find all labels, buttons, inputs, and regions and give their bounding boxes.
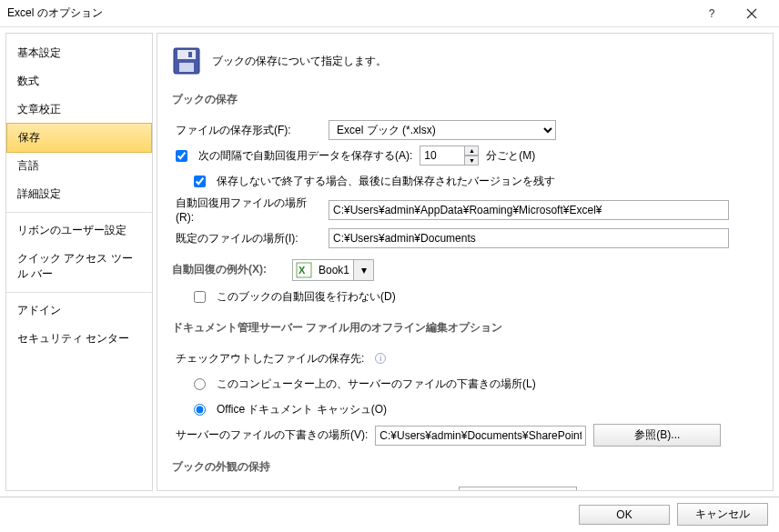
- window-title: Excel のオプション: [7, 5, 692, 21]
- checkout-cache-label: Office ドキュメント キャッシュ(O): [217, 402, 387, 417]
- file-format-label: ファイルの保存形式(F):: [176, 123, 321, 138]
- svg-rect-3: [177, 50, 196, 59]
- sidebar-item-general[interactable]: 基本設定: [6, 39, 152, 67]
- checkout-dest-label: チェックアウトしたファイルの保存先:: [176, 351, 364, 366]
- sidebar-item-trust-center[interactable]: セキュリティ センター: [6, 325, 152, 353]
- section-title-appearance: ブックの外観の保持: [172, 456, 762, 479]
- disable-autorecover-label: このブックの自動回復を行わない(D): [217, 289, 396, 305]
- sidebar-item-formulas[interactable]: 数式: [6, 67, 152, 95]
- autosave-label: 次の間隔で自動回復用データを保存する(A):: [198, 148, 412, 164]
- close-icon: [746, 8, 757, 19]
- autosave-checkbox[interactable]: [176, 150, 187, 162]
- checkout-local-label: このコンピューター上の、サーバーのファイルの下書きの場所(L): [217, 376, 536, 392]
- sidebar-divider: [6, 212, 152, 213]
- workbook-dropdown-value: Book1: [315, 264, 353, 276]
- section-save: ブックの保存 ファイルの保存形式(F): Excel ブック (*.xlsx) …: [172, 88, 762, 249]
- sidebar-item-save[interactable]: 保存: [6, 123, 152, 153]
- draft-path-label: サーバーのファイルの下書きの場所(V):: [176, 427, 368, 443]
- content-pane: ブックの保存について指定します。 ブックの保存 ファイルの保存形式(F): Ex…: [157, 33, 774, 491]
- page-header: ブックの保存について指定します。: [172, 43, 762, 88]
- section-title-save: ブックの保存: [172, 88, 762, 112]
- colors-button[interactable]: 色(C)...: [459, 487, 577, 491]
- browse-button[interactable]: 参照(B)...: [593, 424, 721, 447]
- legacy-color-label: 以前のバージョンの Excel で表示する色を選択する:: [176, 490, 430, 491]
- section-autorecover-exceptions: 自動回復の例外(X): X Book1 ▾ このブックの自動回復を行わない(D): [172, 258, 762, 307]
- recovery-path-label: 自動回復用ファイルの場所(R):: [176, 196, 321, 224]
- category-sidebar: 基本設定 数式 文章校正 保存 言語 詳細設定 リボンのユーザー設定 クイック …: [5, 33, 153, 491]
- checkout-local-radio[interactable]: [194, 378, 206, 390]
- section-title-doc-mgmt: ドキュメント管理サーバー ファイル用のオフライン編集オプション: [172, 316, 762, 340]
- file-format-select[interactable]: Excel ブック (*.xlsx): [329, 120, 556, 140]
- info-icon[interactable]: i: [375, 353, 386, 364]
- keep-last-version-checkbox[interactable]: [194, 176, 206, 187]
- checkout-cache-radio[interactable]: [194, 404, 206, 416]
- cancel-button[interactable]: キャンセル: [677, 503, 768, 526]
- sidebar-item-proofing[interactable]: 文章校正: [6, 95, 152, 124]
- sidebar-item-ribbon[interactable]: リボンのユーザー設定: [6, 216, 152, 245]
- save-icon: [172, 46, 201, 75]
- spinner-up[interactable]: ▲: [464, 146, 479, 156]
- recovery-path-input[interactable]: [329, 200, 729, 220]
- page-header-text: ブックの保存について指定します。: [212, 54, 387, 69]
- spinner-down[interactable]: ▼: [464, 156, 479, 166]
- section-title-autorecover-exc: 自動回復の例外(X):: [172, 258, 267, 282]
- svg-rect-5: [188, 52, 192, 57]
- sidebar-divider: [6, 292, 152, 293]
- disable-autorecover-checkbox[interactable]: [194, 291, 206, 303]
- sidebar-item-advanced[interactable]: 詳細設定: [6, 180, 152, 208]
- excel-file-icon: X: [295, 261, 313, 279]
- section-doc-mgmt: ドキュメント管理サーバー ファイル用のオフライン編集オプション チェックアウトし…: [172, 316, 762, 447]
- section-appearance: ブックの外観の保持 以前のバージョンの Excel で表示する色を選択する: i…: [172, 456, 762, 491]
- autosave-interval-input[interactable]: [420, 146, 465, 166]
- chevron-down-icon: ▾: [353, 260, 373, 280]
- workbook-dropdown[interactable]: X Book1 ▾: [292, 259, 374, 281]
- draft-path-input[interactable]: [375, 426, 586, 446]
- svg-rect-4: [179, 63, 194, 72]
- sidebar-item-addins[interactable]: アドイン: [6, 296, 152, 325]
- ok-button[interactable]: OK: [579, 505, 670, 525]
- autosave-suffix-label: 分ごと(M): [486, 148, 535, 164]
- close-button[interactable]: [732, 0, 772, 27]
- help-button[interactable]: ?: [692, 0, 732, 27]
- sidebar-item-language[interactable]: 言語: [6, 152, 152, 180]
- title-bar: Excel のオプション ?: [0, 0, 779, 27]
- sidebar-item-qat[interactable]: クイック アクセス ツール バー: [6, 245, 152, 288]
- dialog-footer: OK キャンセル: [0, 497, 779, 531]
- default-path-input[interactable]: [329, 228, 729, 248]
- keep-last-version-label: 保存しないで終了する場合、最後に自動保存されたバージョンを残す: [217, 174, 555, 189]
- default-path-label: 既定のファイルの場所(I):: [176, 231, 321, 246]
- svg-text:X: X: [298, 265, 306, 276]
